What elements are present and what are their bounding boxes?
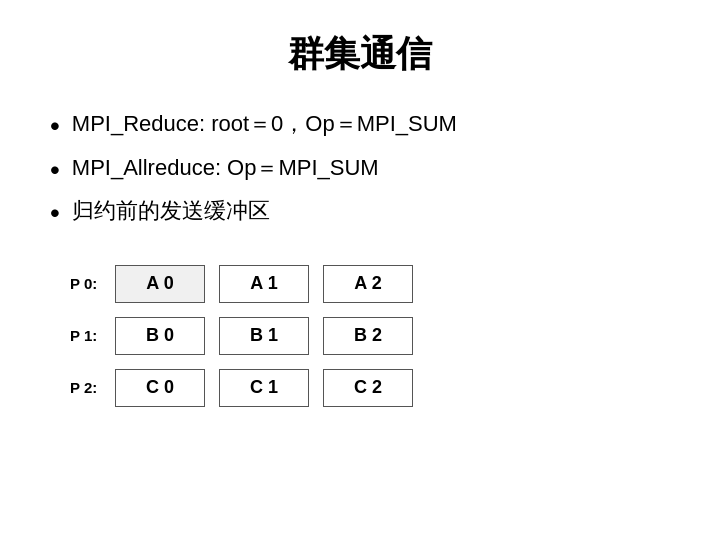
grid-section: P 0: A 0 A 1 A 2 P 1: B 0 B 1 B 2 P 2: C… xyxy=(70,265,690,421)
cell-b0: B 0 xyxy=(115,317,205,355)
row-label-p1: P 1: xyxy=(70,327,115,344)
cell-a1: A 1 xyxy=(219,265,309,303)
page: 群集通信 MPI_Reduce: root＝0，Op＝MPI_SUM MPI_A… xyxy=(0,0,720,540)
cell-b1: B 1 xyxy=(219,317,309,355)
grid-row-p2: P 2: C 0 C 1 C 2 xyxy=(70,369,690,407)
row-label-p2: P 2: xyxy=(70,379,115,396)
cell-c0: C 0 xyxy=(115,369,205,407)
cell-a0: A 0 xyxy=(115,265,205,303)
bullet-text-1: MPI_Reduce: root＝0，Op＝MPI_SUM xyxy=(72,109,457,139)
cell-b2: B 2 xyxy=(323,317,413,355)
cell-a2: A 2 xyxy=(323,265,413,303)
bullet-item-3: 归约前的发送缓冲区 xyxy=(50,196,457,230)
bullet-item-1: MPI_Reduce: root＝0，Op＝MPI_SUM xyxy=(50,109,457,143)
grid-row-p0: P 0: A 0 A 1 A 2 xyxy=(70,265,690,303)
bullet-text-3: 归约前的发送缓冲区 xyxy=(72,196,270,226)
bullet-text-2: MPI_Allreduce: Op＝MPI_SUM xyxy=(72,153,379,183)
bullet-item-2: MPI_Allreduce: Op＝MPI_SUM xyxy=(50,153,457,187)
grid-row-p1: P 1: B 0 B 1 B 2 xyxy=(70,317,690,355)
row-label-p0: P 0: xyxy=(70,275,115,292)
page-title: 群集通信 xyxy=(50,30,670,79)
cell-c1: C 1 xyxy=(219,369,309,407)
bullet-list: MPI_Reduce: root＝0，Op＝MPI_SUM MPI_Allred… xyxy=(50,109,457,240)
cell-c2: C 2 xyxy=(323,369,413,407)
